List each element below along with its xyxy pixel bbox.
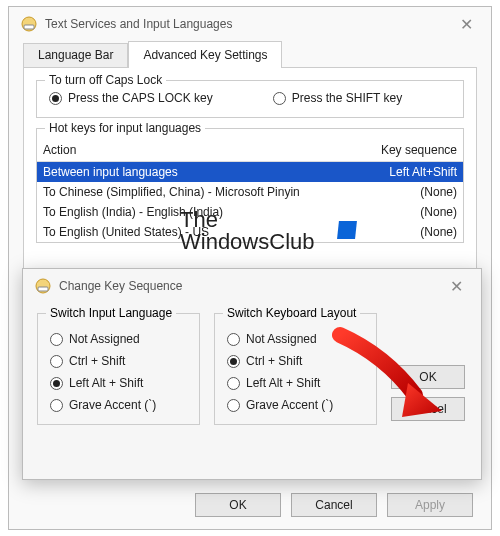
radio-grave-accent[interactable]: Grave Accent (`) <box>227 398 364 412</box>
cell-keyseq: (None) <box>357 205 457 219</box>
capslock-legend: To turn off Caps Lock <box>45 73 166 87</box>
radio-left-alt-shift[interactable]: Left Alt + Shift <box>50 376 187 390</box>
list-header: Action Key sequence <box>37 139 463 162</box>
radio-icon <box>273 92 286 105</box>
fieldset-legend: Switch Keyboard Layout <box>223 306 360 320</box>
cancel-button[interactable]: Cancel <box>291 493 377 517</box>
radio-label: Ctrl + Shift <box>69 354 125 368</box>
capslock-fieldset: To turn off Caps Lock Press the CAPS LOC… <box>36 80 464 118</box>
radio-label: Not Assigned <box>246 332 317 346</box>
cell-keyseq: Left Alt+Shift <box>357 165 457 179</box>
hotkeys-legend: Hot keys for input languages <box>45 121 205 135</box>
cancel-button[interactable]: Cancel <box>391 397 465 421</box>
ok-button[interactable]: OK <box>391 365 465 389</box>
radio-caps-lock-key[interactable]: Press the CAPS LOCK key <box>49 91 213 105</box>
radio-not-assigned[interactable]: Not Assigned <box>227 332 364 346</box>
svg-rect-1 <box>24 25 34 29</box>
switch-keyboard-layout-fieldset: Switch Keyboard Layout Not Assigned Ctrl… <box>214 313 377 425</box>
radio-icon <box>50 377 63 390</box>
tab-advanced-key-settings[interactable]: Advanced Key Settings <box>128 41 282 68</box>
cell-action: To Chinese (Simplified, China) - Microso… <box>43 185 357 199</box>
change-key-sequence-window: Change Key Sequence ✕ Switch Input Langu… <box>22 268 482 480</box>
ok-button[interactable]: OK <box>195 493 281 517</box>
radio-label: Left Alt + Shift <box>246 376 320 390</box>
col-action: Action <box>43 143 357 157</box>
dialog-button-bar: OK Cancel <box>391 313 467 425</box>
cell-action: Between input languages <box>43 165 357 179</box>
radio-icon <box>227 399 240 412</box>
window-title: Text Services and Input Languages <box>45 17 454 31</box>
table-row[interactable]: To Chinese (Simplified, China) - Microso… <box>37 182 463 202</box>
window-title: Change Key Sequence <box>59 279 444 293</box>
titlebar: Text Services and Input Languages ✕ <box>9 7 491 41</box>
apply-button[interactable]: Apply <box>387 493 473 517</box>
radio-label: Left Alt + Shift <box>69 376 143 390</box>
radio-icon <box>49 92 62 105</box>
col-keyseq: Key sequence <box>357 143 457 157</box>
switch-input-language-fieldset: Switch Input Language Not Assigned Ctrl … <box>37 313 200 425</box>
cell-keyseq: (None) <box>357 185 457 199</box>
keyboard-icon <box>35 278 51 294</box>
radio-label: Ctrl + Shift <box>246 354 302 368</box>
watermark-square-icon <box>337 221 357 239</box>
radio-not-assigned[interactable]: Not Assigned <box>50 332 187 346</box>
radio-shift-key[interactable]: Press the SHIFT key <box>273 91 402 105</box>
radio-icon <box>50 355 63 368</box>
radio-icon <box>227 377 240 390</box>
watermark: The WindowsClub <box>180 207 315 255</box>
table-row[interactable]: Between input languages Left Alt+Shift <box>37 162 463 182</box>
svg-rect-3 <box>38 287 48 291</box>
radio-icon <box>50 333 63 346</box>
dialog-body: Switch Input Language Not Assigned Ctrl … <box>23 303 481 435</box>
radio-icon <box>50 399 63 412</box>
tabs: Language Bar Advanced Key Settings <box>9 41 491 68</box>
cell-keyseq: (None) <box>357 225 457 239</box>
close-icon[interactable]: ✕ <box>454 15 479 34</box>
radio-label: Press the CAPS LOCK key <box>68 91 213 105</box>
radio-label: Press the SHIFT key <box>292 91 402 105</box>
radio-ctrl-shift[interactable]: Ctrl + Shift <box>50 354 187 368</box>
radio-icon <box>227 333 240 346</box>
radio-grave-accent[interactable]: Grave Accent (`) <box>50 398 187 412</box>
main-button-bar: OK Cancel Apply <box>195 493 473 517</box>
radio-label: Not Assigned <box>69 332 140 346</box>
radio-icon <box>227 355 240 368</box>
tab-language-bar[interactable]: Language Bar <box>23 43 128 68</box>
radio-label: Grave Accent (`) <box>246 398 333 412</box>
keyboard-icon <box>21 16 37 32</box>
titlebar: Change Key Sequence ✕ <box>23 269 481 303</box>
fieldset-legend: Switch Input Language <box>46 306 176 320</box>
radio-label: Grave Accent (`) <box>69 398 156 412</box>
radio-left-alt-shift[interactable]: Left Alt + Shift <box>227 376 364 390</box>
close-icon[interactable]: ✕ <box>444 277 469 296</box>
watermark-line2: WindowsClub <box>180 229 315 255</box>
radio-ctrl-shift[interactable]: Ctrl + Shift <box>227 354 364 368</box>
